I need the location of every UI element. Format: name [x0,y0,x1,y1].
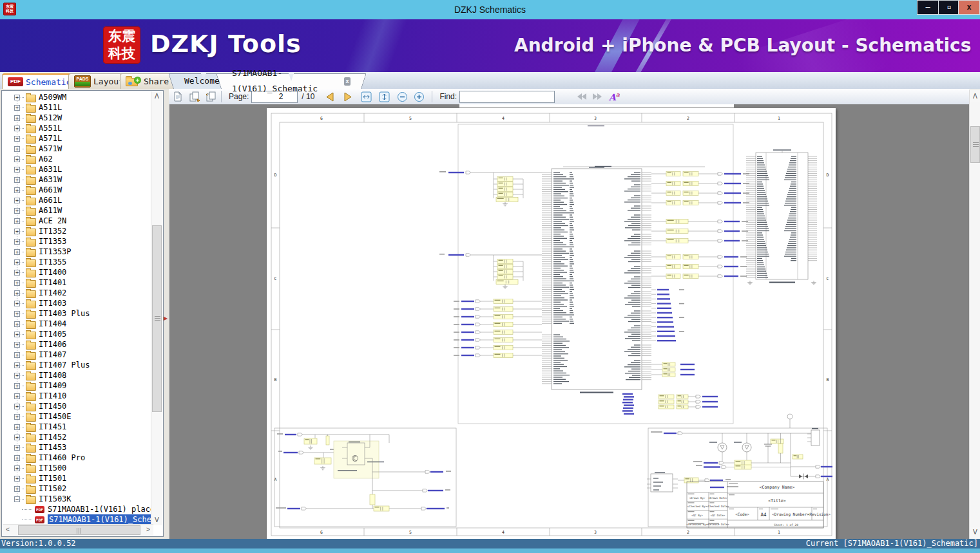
tree-item-it1407[interactable]: +IT1407 [3,350,152,360]
expand-icon[interactable]: + [14,167,20,173]
expand-icon[interactable]: + [14,393,20,399]
expand-icon[interactable]: + [14,239,20,245]
tree-item-it1408[interactable]: +IT1408 [3,370,152,380]
collapse-icon[interactable]: − [14,496,20,502]
expand-icon[interactable]: + [14,95,20,100]
expand-icon[interactable]: + [14,383,20,389]
expand-icon[interactable]: + [14,311,20,317]
tree-item-it1450e[interactable]: +IT1450E [3,411,152,422]
expand-icon[interactable]: + [14,332,20,337]
expand-icon[interactable]: + [14,476,20,482]
tree-item-it1402[interactable]: +IT1402 [3,288,152,298]
tree-item-it1404[interactable]: +IT1404 [3,319,152,329]
expand-icon[interactable]: + [14,208,20,214]
snapshot-page-button[interactable] [205,90,218,103]
scroll-down-icon[interactable]: ᐯ [970,527,980,538]
expand-icon[interactable]: + [14,373,20,379]
scrollbar-thumb[interactable] [152,225,162,412]
zoom-out-button[interactable] [396,90,408,103]
scroll-up-icon[interactable]: ᐱ [970,91,980,102]
open-document-button[interactable] [171,90,184,103]
expand-icon[interactable]: + [14,187,20,193]
tree-file-s71maoab1-1(v161)-placement[interactable]: PDFS71MAOAB1-1(V161) placement [3,504,152,514]
tree-item-a512w[interactable]: +A512W [3,113,152,123]
tree-item-it1407-plus[interactable]: +IT1407 Plus [3,360,152,370]
tree-item-a571w[interactable]: +A571W [3,144,152,154]
tree-item-a661l[interactable]: +A661L [3,195,152,205]
expand-icon[interactable]: + [14,105,20,111]
tree-item-a661w[interactable]: +A661W [3,185,152,195]
tree-file-s71maoab1-1(v161)_schematic[interactable]: PDFS71MAOAB1-1(V161)_Schematic [3,514,152,525]
expand-icon[interactable]: + [14,218,20,224]
expand-icon[interactable]: + [14,435,20,440]
match-case-icon[interactable]: Aa [609,91,620,102]
expand-icon[interactable]: + [14,136,20,142]
tree-item-a511l[interactable]: +A511L [3,102,152,113]
scrollbar-thumb[interactable] [18,525,140,535]
tree-item-it1460-pro[interactable]: +IT1460 Pro [3,453,152,463]
tree-item-it1352[interactable]: +IT1352 [3,226,152,236]
tree-item-a611w[interactable]: +A611W [3,205,152,216]
tree-item-a631w[interactable]: +A631W [3,174,152,185]
scroll-up-icon[interactable]: ᐱ [151,91,162,102]
expand-icon[interactable]: + [14,321,20,327]
tree-item-a631l[interactable]: +A631L [3,164,152,174]
tree-item-it1450[interactable]: +IT1450 [3,401,152,411]
tree-item-a551l[interactable]: +A551L [3,123,152,133]
collapse-panel-icon[interactable]: ▶ [164,314,169,323]
tree-item-it1405[interactable]: +IT1405 [3,329,152,339]
maximize-button[interactable]: ▫ [938,0,960,15]
tree-vertical-scrollbar[interactable]: ᐱ ᐯ [151,91,162,525]
find-previous-button[interactable] [575,90,588,103]
close-tab-icon[interactable]: x [344,77,351,86]
tree-item-it1406[interactable]: +IT1406 [3,339,152,350]
tree-item-it1503k[interactable]: −IT1503K [3,494,152,504]
expand-icon[interactable]: + [14,424,20,430]
tree-item-it1401[interactable]: +IT1401 [3,277,152,288]
scrollbar-thumb[interactable] [970,126,980,163]
expand-icon[interactable]: + [14,465,20,471]
fit-width-button[interactable] [360,90,372,103]
close-button[interactable]: x [958,0,980,15]
copy-page-button[interactable] [188,90,201,103]
expand-icon[interactable]: + [14,198,20,203]
expand-icon[interactable]: + [14,177,20,183]
tree-item-it1403-plus[interactable]: +IT1403 Plus [3,308,152,319]
find-input[interactable] [459,91,555,103]
tree-item-it1451[interactable]: +IT1451 [3,422,152,432]
tree-item-it1410[interactable]: +IT1410 [3,391,152,401]
tree-item-it1501[interactable]: +IT1501 [3,473,152,483]
tree-item-it1500[interactable]: +IT1500 [3,463,152,473]
expand-icon[interactable]: + [14,455,20,461]
viewer-vertical-scrollbar[interactable]: ᐱ ᐯ [969,90,980,539]
tree-item-it1452[interactable]: +IT1452 [3,432,152,442]
expand-icon[interactable]: + [14,280,20,286]
tree-item-it1353p[interactable]: +IT1353P [3,247,152,257]
expand-icon[interactable]: + [14,115,20,121]
expand-icon[interactable]: + [14,146,20,152]
scroll-right-icon[interactable]: > [143,525,153,536]
tree-item-it1400[interactable]: +IT1400 [3,267,152,277]
expand-icon[interactable]: + [14,249,20,255]
tree-item-a62[interactable]: +A62 [3,154,152,164]
expand-icon[interactable]: + [14,290,20,296]
expand-icon[interactable]: + [14,352,20,358]
find-next-button[interactable] [591,90,604,103]
expand-icon[interactable]: + [14,342,20,348]
tree-item-it1409[interactable]: +IT1409 [3,380,152,391]
expand-icon[interactable]: + [14,362,20,368]
tree-item-it1502[interactable]: +IT1502 [3,483,152,494]
tree-horizontal-scrollbar[interactable]: < > [3,524,153,536]
expand-icon[interactable]: + [14,414,20,420]
tab-schematic[interactable]: PDF Schematic [2,73,77,89]
expand-icon[interactable]: + [14,126,20,131]
tree-item-it1453[interactable]: +IT1453 [3,442,152,453]
expand-icon[interactable]: + [14,301,20,306]
expand-icon[interactable]: + [14,486,20,492]
expand-icon[interactable]: + [14,229,20,234]
expand-icon[interactable]: + [14,259,20,265]
doc-tab-schematic-document[interactable]: S71MAOAB1-1(V161)_Schematic x [222,73,361,89]
minimize-button[interactable]: – [917,0,939,15]
tree-item-it1403[interactable]: +IT1403 [3,298,152,308]
expand-icon[interactable]: + [14,270,20,276]
